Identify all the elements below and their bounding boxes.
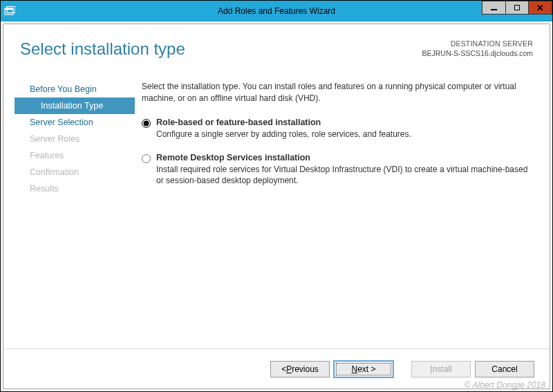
option-role-based-desc: Configure a single server by adding role… — [156, 129, 533, 140]
prev-mnemonic: P — [286, 364, 292, 374]
maximize-button[interactable] — [505, 1, 529, 15]
wizard-client: Select installation type DESTINATION SER… — [3, 24, 550, 389]
close-button[interactable]: ✕ — [529, 1, 552, 15]
prev-prefix: < — [281, 364, 286, 374]
next-button[interactable]: Next > — [334, 361, 393, 377]
option-rds-title: Remote Desktop Services installation — [156, 153, 533, 162]
destination-server-label: DESTINATION SERVER — [422, 39, 533, 49]
nav-item-server-selection[interactable]: Server Selection — [3, 114, 135, 131]
window-controls: ✕ — [482, 1, 552, 21]
nav-item-installation-type[interactable]: Installation Type — [15, 97, 135, 114]
nav-item-before-you-begin[interactable]: Before You Begin — [3, 81, 135, 97]
install-suffix: nstall — [433, 364, 452, 374]
option-role-based-radio[interactable] — [142, 119, 151, 128]
option-role-based[interactable]: Role-based or feature-based installation… — [142, 118, 533, 140]
app-icon — [1, 1, 19, 21]
wizard-nav: Before You Begin Installation Type Serve… — [3, 78, 135, 347]
window-title: Add Roles and Features Wizard — [1, 6, 552, 16]
next-suffix: ext > — [357, 364, 375, 374]
nav-item-results: Results — [3, 180, 135, 197]
destination-server-value: BEJRUN-S-SSCS16.djclouds.com — [422, 49, 533, 59]
wizard-body: Before You Begin Installation Type Serve… — [3, 78, 550, 347]
wizard-content: Select the installation type. You can in… — [135, 78, 550, 347]
option-role-based-title: Role-based or feature-based installation — [156, 118, 533, 127]
previous-button[interactable]: < Previous — [270, 361, 330, 377]
nav-item-features: Features — [3, 147, 135, 164]
page-title: Select installation type — [20, 39, 185, 59]
intro-text: Select the installation type. You can in… — [142, 81, 533, 105]
option-rds-desc: Install required role services for Virtu… — [156, 164, 533, 187]
minimize-button[interactable] — [482, 1, 505, 15]
option-rds-radio[interactable] — [142, 154, 151, 163]
install-button: Install — [411, 361, 471, 377]
cancel-button[interactable]: Cancel — [475, 361, 534, 377]
minimize-icon — [491, 9, 497, 10]
destination-server: DESTINATION SERVER BEJRUN-S-SSCS16.djclo… — [422, 39, 533, 58]
next-mnemonic: N — [351, 364, 357, 374]
option-rds[interactable]: Remote Desktop Services installation Ins… — [142, 153, 533, 187]
maximize-icon — [514, 5, 520, 10]
watermark: © Albert Dongjie 2018 — [465, 380, 545, 390]
titlebar: Add Roles and Features Wizard ✕ — [1, 1, 552, 21]
nav-item-confirmation: Confirmation — [3, 164, 135, 180]
nav-item-server-roles: Server Roles — [3, 131, 135, 147]
close-icon: ✕ — [536, 3, 544, 12]
wizard-header: Select installation type DESTINATION SER… — [3, 24, 550, 78]
svg-rect-1 — [5, 8, 13, 10]
prev-suffix: revious — [292, 364, 319, 374]
option-body: Remote Desktop Services installation Ins… — [156, 153, 533, 187]
option-body: Role-based or feature-based installation… — [156, 118, 533, 140]
